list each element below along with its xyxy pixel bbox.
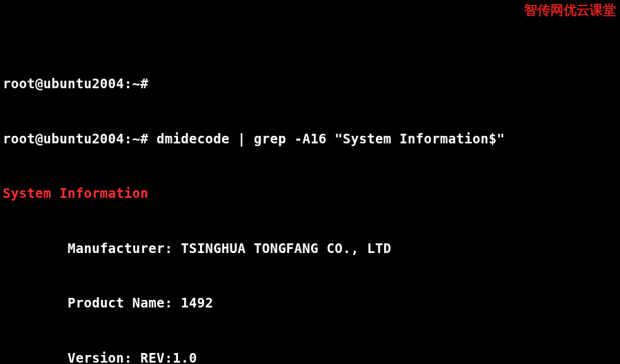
command-line: root@ubuntu2004:~# dmidecode | grep -A16… — [3, 130, 617, 148]
terminal-window[interactable]: 智传网优云课堂 root@ubuntu2004:~# root@ubuntu20… — [0, 0, 620, 364]
output-sys-product: Product Name: 1492 — [3, 294, 617, 312]
watermark-top: 智传网优云课堂 — [524, 1, 616, 20]
output-highlight: System Information — [3, 184, 617, 203]
command-text: dmidecode | grep -A16 "System Informatio… — [157, 131, 505, 146]
prompt-line-empty-1: root@ubuntu2004:~# — [3, 74, 617, 93]
output-sys-version: Version: REV:1.0 — [3, 349, 617, 365]
output-sys-manufacturer: Manufacturer: TSINGHUA TONGFANG CO., LTD — [3, 239, 617, 258]
